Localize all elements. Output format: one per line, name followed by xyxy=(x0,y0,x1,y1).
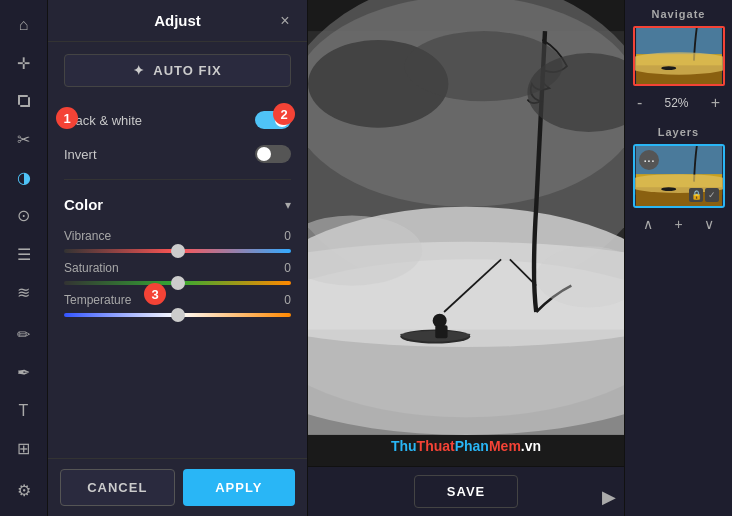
svg-point-24 xyxy=(635,52,723,74)
watermark-mem: Mem xyxy=(489,438,521,454)
panel-footer: CANCEL APPLY xyxy=(48,458,307,516)
vibrance-thumb[interactable] xyxy=(171,244,185,258)
nav-controls: - 52% + xyxy=(633,92,724,114)
saturation-track[interactable] xyxy=(64,281,291,285)
color-section-arrow: ▾ xyxy=(285,198,291,212)
temperature-label: Temperature xyxy=(64,293,131,307)
tool-settings[interactable]: ⚙ xyxy=(6,474,42,508)
panel-title: Adjust xyxy=(154,12,201,29)
main-canvas: ThuThuatPhanMem.vn SAVE ▶ xyxy=(308,0,624,516)
left-toolbar: ⌂ ✛ ✂ ◑ ⊙ ☰ ≋ ✏ ✒ T ⊞ ⚙ xyxy=(0,0,48,516)
temperature-slider-row: Temperature 0 xyxy=(64,293,291,317)
tool-layers[interactable]: ☰ xyxy=(6,237,42,271)
saturation-label: Saturation xyxy=(64,261,119,275)
svg-point-31 xyxy=(661,187,676,191)
layer-controls: ∧ + ∨ xyxy=(633,214,724,234)
watermark: ThuThuatPhanMem.vn xyxy=(391,438,541,454)
invert-row: Invert xyxy=(64,137,291,171)
saturation-thumb[interactable] xyxy=(171,276,185,290)
tool-pen[interactable]: ✒ xyxy=(6,355,42,389)
navigate-thumbnail xyxy=(633,26,725,86)
color-section-header[interactable]: Color ▾ xyxy=(64,188,291,221)
svg-rect-21 xyxy=(636,28,722,56)
tool-move[interactable]: ✛ xyxy=(6,46,42,80)
divider-1 xyxy=(64,179,291,180)
black-white-row: Black & white xyxy=(64,103,291,137)
navigate-title: Navigate xyxy=(633,8,724,20)
layer-down-button[interactable]: ∨ xyxy=(702,214,716,234)
tool-adjust[interactable]: ◑ xyxy=(6,161,42,195)
tool-waves[interactable]: ≋ xyxy=(6,275,42,309)
black-white-label: Black & white xyxy=(64,113,142,128)
tool-home[interactable]: ⌂ xyxy=(6,8,42,42)
invert-label: Invert xyxy=(64,147,97,162)
adjust-panel: Adjust × ✦ AUTO FIX 1 2 Black & white In… xyxy=(48,0,308,516)
auto-fix-icon: ✦ xyxy=(133,63,145,78)
temperature-track[interactable] xyxy=(64,313,291,317)
temperature-value: 0 xyxy=(284,293,291,307)
vibrance-label: Vibrance xyxy=(64,229,111,243)
zoom-out-button[interactable]: - xyxy=(633,92,646,114)
watermark-thu: Thu xyxy=(391,438,417,454)
watermark-vn: .vn xyxy=(521,438,541,454)
layer-up-button[interactable]: ∧ xyxy=(641,214,655,234)
auto-fix-button[interactable]: ✦ AUTO FIX xyxy=(64,54,291,87)
saturation-value: 0 xyxy=(284,261,291,275)
canvas-footer: SAVE ▶ xyxy=(308,466,624,516)
invert-toggle[interactable] xyxy=(255,145,291,163)
svg-rect-1 xyxy=(18,95,20,105)
layer-check-icon: ✓ xyxy=(705,188,719,202)
cancel-button[interactable]: CANCEL xyxy=(60,469,175,506)
svg-rect-3 xyxy=(28,97,30,107)
tool-stamp[interactable]: ⊞ xyxy=(6,432,42,466)
zoom-in-button[interactable]: + xyxy=(707,92,724,114)
layer-lock-icon: 🔒 xyxy=(689,188,703,202)
layer-item: ··· 🔒 ✓ xyxy=(633,144,725,208)
layer-add-button[interactable]: + xyxy=(672,214,684,234)
auto-fix-label: AUTO FIX xyxy=(153,63,221,78)
saturation-slider-row: Saturation 0 xyxy=(64,261,291,285)
right-panel: Navigate - 52% + Layers xyxy=(624,0,732,516)
tool-cut[interactable]: ✂ xyxy=(6,122,42,156)
layer-options-button[interactable]: ··· xyxy=(639,150,659,170)
layer-icons: 🔒 ✓ xyxy=(689,188,719,202)
watermark-phan: Phan xyxy=(455,438,489,454)
tool-crop[interactable] xyxy=(6,84,42,118)
panel-close-button[interactable]: × xyxy=(275,11,295,31)
zoom-level: 52% xyxy=(664,96,688,110)
panel-header: Adjust × xyxy=(48,0,307,42)
svg-rect-14 xyxy=(435,325,447,338)
color-section-title: Color xyxy=(64,196,103,213)
tool-text[interactable]: T xyxy=(6,394,42,428)
vibrance-track[interactable] xyxy=(64,249,291,253)
layers-title: Layers xyxy=(633,126,724,138)
apply-button[interactable]: APPLY xyxy=(183,469,296,506)
tool-brush[interactable]: ✏ xyxy=(6,317,42,351)
panel-content: ✦ AUTO FIX 1 2 Black & white Invert Colo… xyxy=(48,42,307,458)
tool-effects[interactable]: ⊙ xyxy=(6,199,42,233)
expand-button[interactable]: ▶ xyxy=(602,486,616,508)
watermark-thuat: Thuat xyxy=(417,438,455,454)
save-button[interactable]: SAVE xyxy=(414,475,518,508)
vibrance-slider-row: Vibrance 0 xyxy=(64,229,291,253)
svg-point-25 xyxy=(661,66,676,70)
canvas-image[interactable]: ThuThuatPhanMem.vn xyxy=(308,0,624,466)
vibrance-value: 0 xyxy=(284,229,291,243)
black-white-toggle[interactable] xyxy=(255,111,291,129)
temperature-thumb[interactable] xyxy=(171,308,185,322)
